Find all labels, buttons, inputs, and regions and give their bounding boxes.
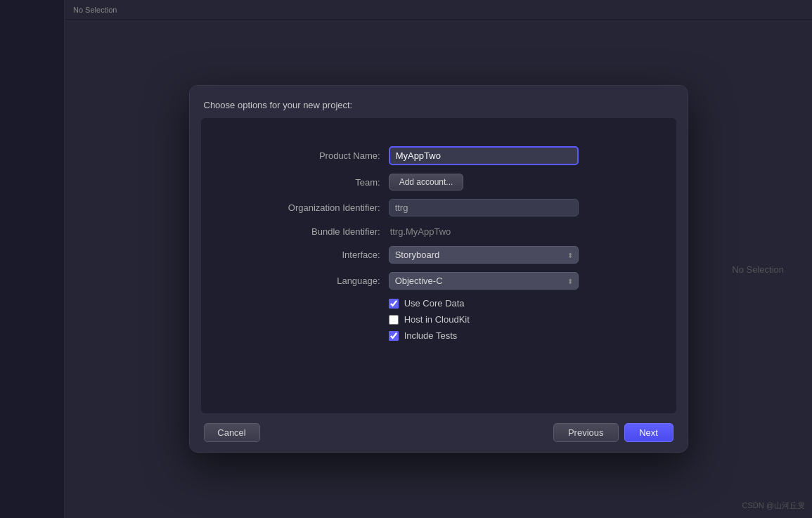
add-account-button[interactable]: Add account... [389, 174, 464, 190]
team-cell: Add account... [389, 174, 600, 199]
form-row-org-id: Organization Identifier: [277, 199, 600, 225]
form-row-checkboxes: Use Core Data Host in CloudKit Include T… [277, 298, 600, 347]
bundle-identifier-value: ttrg.MyAppTwo [389, 224, 453, 240]
next-button[interactable]: Next [624, 423, 674, 442]
interface-select-wrapper: Storyboard SwiftUI ⬍ [389, 246, 579, 264]
watermark: CSDN @山河丘叟 [742, 500, 805, 511]
host-cloudkit-row: Host in CloudKit [389, 314, 600, 325]
language-select-wrapper: Objective-C Swift ⬍ [389, 272, 579, 290]
dialog-footer: Cancel Previous Next [190, 413, 688, 452]
language-select[interactable]: Objective-C Swift [389, 272, 579, 290]
cancel-button[interactable]: Cancel [204, 423, 260, 442]
bundle-identifier-label: Bundle Identifier: [277, 225, 389, 246]
team-label: Team: [277, 174, 389, 199]
footer-right: Previous Next [553, 423, 674, 442]
dialog-body: Product Name: Team: Add account... [201, 118, 676, 413]
interface-cell: Storyboard SwiftUI ⬍ [389, 246, 600, 272]
language-cell: Objective-C Swift ⬍ [389, 272, 600, 298]
checkboxes-area: Use Core Data Host in CloudKit Include T… [389, 298, 600, 347]
form-row-bundle-id: Bundle Identifier: ttrg.MyAppTwo [277, 225, 600, 246]
product-name-input[interactable] [389, 146, 579, 165]
org-identifier-label: Organization Identifier: [277, 199, 389, 225]
form-row-team: Team: Add account... [277, 174, 600, 199]
host-in-cloudkit-checkbox[interactable] [389, 315, 399, 325]
use-core-data-checkbox[interactable] [389, 299, 399, 309]
dialog-header: Choose options for your new project: [190, 86, 688, 118]
footer-left: Cancel [204, 423, 553, 442]
form-table: Product Name: Team: Add account... [277, 146, 600, 347]
form-row-language: Language: Objective-C Swift ⬍ [277, 272, 600, 298]
new-project-dialog: Choose options for your new project: Pro… [189, 85, 688, 453]
product-name-cell [389, 146, 600, 174]
checkboxes-spacer [277, 298, 389, 347]
org-identifier-input[interactable] [389, 199, 579, 216]
form-row-product-name: Product Name: [277, 146, 600, 174]
include-tests-checkbox[interactable] [389, 331, 399, 341]
product-name-label: Product Name: [277, 146, 389, 174]
previous-button[interactable]: Previous [553, 423, 619, 442]
main-area: No Selection Choose options for your new… [65, 0, 812, 518]
top-bar: No Selection [65, 0, 812, 20]
dialog-title: Choose options for your new project: [204, 100, 353, 110]
org-id-cell [389, 199, 600, 225]
interface-label: Interface: [277, 246, 389, 272]
form-row-interface: Interface: Storyboard SwiftUI ⬍ [277, 246, 600, 272]
host-in-cloudkit-label: Host in CloudKit [404, 314, 470, 325]
use-core-data-label: Use Core Data [404, 298, 465, 309]
right-no-selection: No Selection [732, 264, 784, 274]
use-core-data-row: Use Core Data [389, 298, 600, 309]
sidebar [0, 0, 65, 518]
top-bar-no-selection: No Selection [73, 6, 117, 14]
include-tests-row: Include Tests [389, 330, 600, 341]
interface-select[interactable]: Storyboard SwiftUI [389, 246, 579, 264]
content-area: Choose options for your new project: Pro… [65, 20, 812, 518]
language-label: Language: [277, 272, 389, 298]
bundle-id-cell: ttrg.MyAppTwo [389, 225, 600, 246]
include-tests-label: Include Tests [404, 330, 458, 341]
